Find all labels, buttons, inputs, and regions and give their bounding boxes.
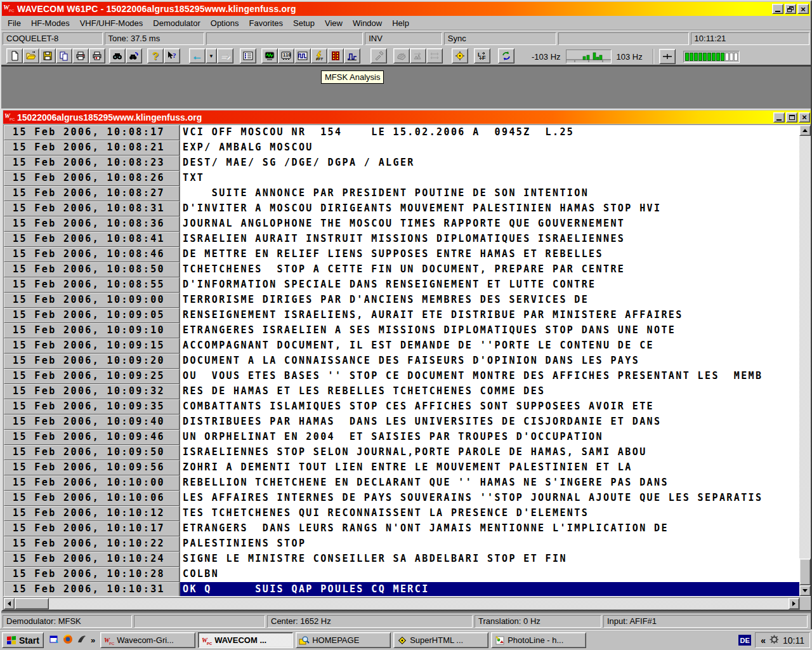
- log-text-cell[interactable]: TERRORISME DIRIGES PAR D'ANCIENS MEMBRES…: [180, 293, 799, 308]
- log-time-cell[interactable]: 15 Feb 2006, 10:10:28: [4, 567, 180, 582]
- log-time-cell[interactable]: 15 Feb 2006, 10:08:27: [4, 186, 180, 201]
- log-text-cell[interactable]: TCHETCHENES STOP A CETTE FIN UN DOCUMENT…: [180, 262, 799, 277]
- log-text-cell[interactable]: ETRANGERES ISRAELIEN A SES MISSIONS DIPL…: [180, 323, 799, 338]
- log-text-cell[interactable]: ZOHRI A DEMENTI TOUT LIEN ENTRE LE MOUVE…: [180, 460, 799, 475]
- fft-analysis-button[interactable]: FFT: [311, 48, 327, 63]
- taskbar-task-superhtml-[interactable]: SuperHTML ...: [393, 632, 488, 648]
- log-time-cell[interactable]: 15 Feb 2006, 10:10:22: [4, 536, 180, 552]
- log-time-cell[interactable]: 15 Feb 2006, 10:09:00: [4, 293, 180, 308]
- menu-vhf-uhf-modes[interactable]: VHF/UHF-Modes: [75, 17, 148, 29]
- menu-setup[interactable]: Setup: [288, 17, 320, 29]
- log-time-cell[interactable]: 15 Feb 2006, 10:09:56: [4, 460, 180, 475]
- log-text-cell[interactable]: OK Q SUIS QAP POULES CQ MERCI: [180, 582, 799, 596]
- center-marker-button[interactable]: [659, 49, 676, 64]
- decoder-maximize-button[interactable]: [786, 112, 797, 123]
- log-text-cell[interactable]: ETRANGERS DANS LEURS RANGS N'ONT JAMAIS …: [180, 521, 799, 536]
- taskbar-task-wavecom-[interactable]: WPCWAVECOM ...: [198, 632, 293, 648]
- log-text-cell[interactable]: LES AFFAIRES INTERNES DE PAYS SOUVERAINS…: [180, 491, 799, 506]
- log-text-cell[interactable]: COLBN: [180, 567, 799, 582]
- copy-button[interactable]: [56, 48, 72, 63]
- taskbar-task-photoline-h-[interactable]: PhotoLine - h...: [491, 632, 586, 648]
- horizontal-scroll-thumb[interactable]: [15, 598, 49, 609]
- log-time-cell[interactable]: 15 Feb 2006, 10:09:46: [4, 430, 180, 445]
- back-button[interactable]: ←: [189, 48, 206, 63]
- log-text-cell[interactable]: VCI OFF MOSCOU NR 154 LE 15.02.2006 A 09…: [180, 125, 799, 140]
- restart-decoder-button[interactable]: [498, 48, 514, 63]
- menu-help[interactable]: Help: [387, 17, 414, 29]
- log-time-cell[interactable]: 15 Feb 2006, 10:09:15: [4, 338, 180, 354]
- taskbar-task-homepage[interactable]: HOMEPAGE: [296, 632, 391, 648]
- log-text-cell[interactable]: DISTRIBUEES PAR HAMAS DANS LES UNIVERSIT…: [180, 415, 799, 430]
- menu-favorites[interactable]: Favorites: [244, 17, 288, 29]
- lf-shift-button[interactable]: LF: [474, 48, 490, 63]
- peaks-disabled-button[interactable]: [410, 48, 426, 63]
- log-time-cell[interactable]: 15 Feb 2006, 10:09:50: [4, 445, 180, 460]
- scroll-up-button[interactable]: [799, 125, 811, 136]
- log-text-cell[interactable]: D'INFORMATION SPECIALE DANS RENSEIGNEMEN…: [180, 277, 799, 293]
- log-time-cell[interactable]: 15 Feb 2006, 10:10:06: [4, 491, 180, 506]
- log-time-cell[interactable]: 15 Feb 2006, 10:09:35: [4, 399, 180, 415]
- log-text-cell[interactable]: DOCUMENT A LA CONNAISSANCE DES FAISEURS …: [180, 354, 799, 369]
- print-button[interactable]: [72, 48, 89, 63]
- new-document-button[interactable]: [6, 48, 23, 63]
- gear-icon[interactable]: [769, 635, 779, 646]
- tray-chevron[interactable]: «: [761, 635, 766, 646]
- restore-button[interactable]: [785, 4, 796, 14]
- horizontal-scroll-track[interactable]: [49, 598, 789, 609]
- log-text-cell[interactable]: ACCOMPAGNANT DOCUMENT, IL EST DEMANDE DE…: [180, 338, 799, 354]
- log-time-cell[interactable]: 15 Feb 2006, 10:09:20: [4, 354, 180, 369]
- log-text-cell[interactable]: SIGNE LE MINISTRE CONSEILLER SA ABDELBAR…: [180, 552, 799, 567]
- menu-view[interactable]: View: [320, 17, 348, 29]
- log-time-cell[interactable]: 15 Feb 2006, 10:08:46: [4, 247, 180, 262]
- log-text-cell[interactable]: ISRAELIEN AURAIT INSTRUIT MISSIONS DIPLO…: [180, 232, 799, 247]
- log-time-cell[interactable]: 15 Feb 2006, 10:08:23: [4, 156, 180, 171]
- log-time-cell[interactable]: 15 Feb 2006, 10:09:32: [4, 384, 180, 399]
- log-time-cell[interactable]: 15 Feb 2006, 10:08:17: [4, 125, 180, 140]
- log-time-cell[interactable]: 15 Feb 2006, 10:08:31: [4, 201, 180, 216]
- log-time-cell[interactable]: 15 Feb 2006, 10:08:21: [4, 140, 180, 156]
- log-time-cell[interactable]: 15 Feb 2006, 10:10:31: [4, 582, 180, 596]
- log-text-cell[interactable]: D'INVITER A MOSCOU DIRIGEANTS MOUVEMENT …: [180, 201, 799, 216]
- vertical-scroll-thumb[interactable]: [799, 559, 811, 585]
- level-display-button[interactable]: [344, 48, 360, 63]
- log-text-cell[interactable]: JOURNAL ANGLOPHONE THE MOSCOU TIMES RAPP…: [180, 216, 799, 232]
- log-time-cell[interactable]: 15 Feb 2006, 10:09:05: [4, 308, 180, 323]
- log-text-cell[interactable]: REBELLION TCHETCHENE EN DECLARANT QUE ''…: [180, 475, 799, 491]
- log-time-cell[interactable]: 15 Feb 2006, 10:09:10: [4, 323, 180, 338]
- close-button[interactable]: ×: [797, 4, 809, 14]
- save-file-button[interactable]: [39, 48, 56, 63]
- vertical-scroll-track[interactable]: [799, 136, 811, 559]
- center-frequency-button[interactable]: [452, 48, 468, 63]
- firefox-icon[interactable]: [63, 634, 73, 647]
- log-text-cell[interactable]: RENSEIGNEMENT ISRAELIENS, AURAIT ETE DIS…: [180, 308, 799, 323]
- quick-launch-overflow-chevron[interactable]: »: [91, 635, 95, 645]
- log-time-cell[interactable]: 15 Feb 2006, 10:09:40: [4, 415, 180, 430]
- log-time-cell[interactable]: 15 Feb 2006, 10:08:55: [4, 277, 180, 293]
- log-text-cell[interactable]: ISRAELIENNES STOP SELON JOURNAL,PORTE PA…: [180, 445, 799, 460]
- log-text-cell[interactable]: PALESTINIENS STOP: [180, 536, 799, 552]
- find-continue-button[interactable]: [126, 48, 142, 63]
- log-text-cell[interactable]: DE METTRE EN RELIEF LIENS SUPPOSES ENTRE…: [180, 247, 799, 262]
- decoder-close-button[interactable]: ×: [799, 112, 810, 123]
- scroll-right-button[interactable]: [789, 598, 799, 609]
- log-time-cell[interactable]: 15 Feb 2006, 10:08:36: [4, 216, 180, 232]
- log-time-cell[interactable]: 15 Feb 2006, 10:09:25: [4, 369, 180, 384]
- menu-file[interactable]: File: [3, 17, 26, 29]
- io-monitor-button[interactable]: 110: [278, 48, 294, 63]
- log-time-cell[interactable]: 15 Feb 2006, 10:10:00: [4, 475, 180, 491]
- log-time-cell[interactable]: 15 Feb 2006, 10:10:17: [4, 521, 180, 536]
- minimize-button[interactable]: [772, 4, 783, 14]
- scroll-left-button[interactable]: [4, 598, 15, 609]
- start-button[interactable]: Start: [2, 632, 44, 648]
- oscilloscope-button[interactable]: [261, 48, 278, 63]
- log-text-cell[interactable]: UN ORPHELINAT EN 2004 ET SAISIES PAR TRO…: [180, 430, 799, 445]
- log-time-cell[interactable]: 15 Feb 2006, 10:10:12: [4, 506, 180, 521]
- menu-window[interactable]: Window: [348, 17, 387, 29]
- log-time-cell[interactable]: 15 Feb 2006, 10:10:24: [4, 552, 180, 567]
- log-time-cell[interactable]: 15 Feb 2006, 10:08:41: [4, 232, 180, 247]
- log-time-cell[interactable]: 15 Feb 2006, 10:08:26: [4, 171, 180, 186]
- log-text-cell[interactable]: SUITE ANNONCE PAR PRESIDENT POUTINE DE S…: [180, 186, 799, 201]
- menu-demodulator[interactable]: Demodulator: [148, 17, 205, 29]
- decoder-minimize-button[interactable]: [773, 112, 785, 123]
- open-file-button[interactable]: [23, 48, 39, 63]
